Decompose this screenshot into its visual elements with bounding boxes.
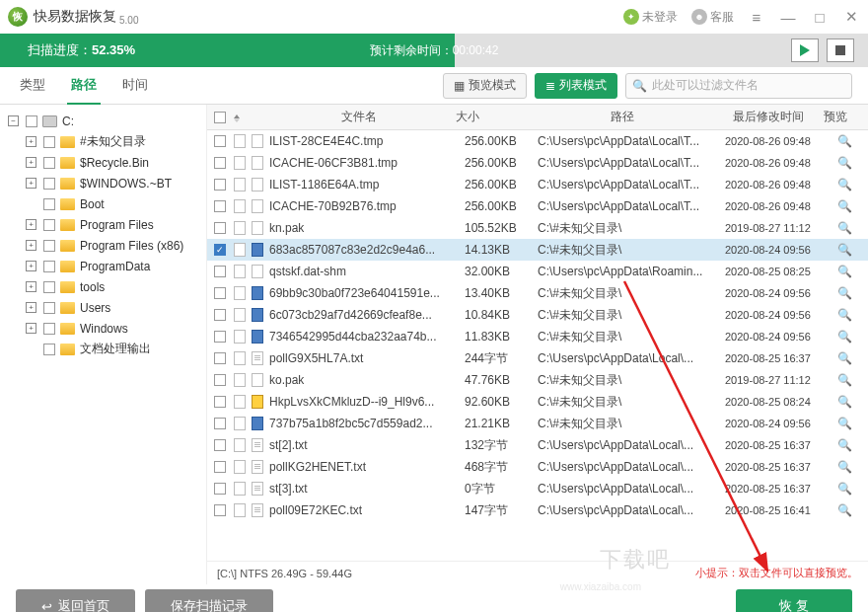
table-row[interactable]: 6c073cb29af7d42669cfeaf8e...10.84KBC:\#未…	[207, 304, 868, 326]
preview-icon[interactable]: 🔍	[830, 178, 859, 191]
row-checkbox[interactable]	[214, 331, 226, 343]
login-button[interactable]: ✦ 未登录	[623, 9, 678, 26]
table-row[interactable]: pollG9X5HL7A.txt244字节C:\Users\pc\AppData…	[207, 347, 868, 369]
preview-icon[interactable]: 🔍	[830, 286, 859, 300]
row-checkbox[interactable]	[214, 179, 226, 191]
row-checkbox[interactable]	[214, 135, 226, 147]
table-row[interactable]: kn.pak105.52KBC:\#未知父目录\2019-08-27 11:12…	[207, 217, 868, 239]
stop-button[interactable]	[827, 38, 854, 62]
table-row[interactable]: ILIST-1186E64A.tmp256.00KBC:\Users\pc\Ap…	[207, 174, 868, 195]
select-all-checkbox[interactable]	[214, 112, 226, 123]
search-input[interactable]: 🔍 此处可以过滤文件名	[625, 73, 852, 99]
list-mode-button[interactable]: ≣ 列表模式	[535, 73, 617, 99]
expand-icon[interactable]: +	[26, 157, 36, 168]
sort-icon[interactable]	[233, 113, 241, 122]
close-button[interactable]: ✕	[842, 8, 860, 26]
tree-checkbox[interactable]	[43, 323, 55, 335]
preview-icon[interactable]: 🔍	[830, 503, 859, 517]
tree-node[interactable]: +#未知父目录	[4, 131, 202, 152]
tab-type[interactable]: 类型	[16, 67, 49, 105]
preview-icon[interactable]: 🔍	[830, 156, 859, 170]
row-checkbox[interactable]	[214, 396, 226, 408]
table-row[interactable]: 683ac857087c83e2d2c9e4a6...14.13KBC:\#未知…	[207, 239, 868, 261]
tree-checkbox[interactable]	[43, 344, 55, 355]
expand-icon[interactable]: +	[26, 219, 36, 230]
tab-path[interactable]: 路径	[67, 67, 101, 105]
tree-checkbox[interactable]	[43, 198, 55, 210]
preview-icon[interactable]: 🔍	[830, 199, 859, 213]
tree-node[interactable]: +$WINDOWS.~BT	[4, 173, 202, 193]
expand-icon[interactable]: +	[26, 302, 36, 313]
col-date[interactable]: 最后修改时间	[716, 109, 821, 125]
row-checkbox[interactable]	[214, 483, 226, 495]
tree-node[interactable]: −C:	[4, 111, 202, 131]
expand-icon[interactable]: +	[26, 240, 36, 251]
row-checkbox[interactable]	[214, 504, 226, 516]
table-row[interactable]: poll09E72KEC.txt147字节C:\Users\pc\AppData…	[207, 499, 868, 521]
row-checkbox[interactable]	[214, 200, 226, 212]
preview-icon[interactable]: 🔍	[830, 134, 859, 148]
tree-checkbox[interactable]	[43, 136, 55, 148]
row-checkbox[interactable]	[214, 374, 226, 386]
resume-button[interactable]	[791, 38, 819, 62]
preview-mode-button[interactable]: ▦ 预览模式	[443, 73, 527, 99]
preview-icon[interactable]: 🔍	[830, 373, 859, 387]
row-checkbox[interactable]	[214, 266, 226, 277]
preview-icon[interactable]: 🔍	[830, 243, 859, 257]
table-row[interactable]: ICACHE-70B92B76.tmp256.00KBC:\Users\pc\A…	[207, 195, 868, 217]
table-row[interactable]: qstskf.dat-shm32.00KBC:\Users\pc\AppData…	[207, 261, 868, 282]
row-checkbox[interactable]	[214, 222, 226, 234]
tab-time[interactable]: 时间	[118, 67, 152, 105]
preview-icon[interactable]: 🔍	[830, 221, 859, 235]
expand-icon[interactable]: +	[26, 323, 36, 334]
folder-tree[interactable]: −C:+#未知父目录+$Recycle.Bin+$WINDOWS.~BTBoot…	[0, 105, 207, 584]
tree-node[interactable]: Boot	[4, 193, 202, 214]
preview-icon[interactable]: 🔍	[830, 308, 859, 322]
table-row[interactable]: ICACHE-06CF3B81.tmp256.00KBC:\Users\pc\A…	[207, 152, 868, 174]
minimize-button[interactable]: —	[779, 9, 797, 26]
preview-icon[interactable]: 🔍	[830, 438, 859, 452]
tree-node[interactable]: 文档处理输出	[4, 339, 202, 359]
row-checkbox[interactable]	[214, 418, 226, 429]
tree-node[interactable]: +Windows	[4, 318, 202, 339]
recover-button[interactable]: 恢 复	[736, 589, 852, 612]
table-row[interactable]: ILIST-28CE4E4C.tmp256.00KBC:\Users\pc\Ap…	[207, 130, 868, 152]
tree-checkbox[interactable]	[43, 281, 55, 293]
tree-node[interactable]: +tools	[4, 276, 202, 297]
row-checkbox[interactable]	[214, 461, 226, 473]
row-checkbox[interactable]	[214, 244, 226, 256]
expand-icon[interactable]: +	[26, 281, 36, 292]
preview-icon[interactable]: 🔍	[830, 395, 859, 409]
expand-icon[interactable]: +	[26, 136, 36, 147]
row-checkbox[interactable]	[214, 287, 226, 299]
save-scan-button[interactable]: 保存扫描记录	[145, 589, 273, 612]
tree-checkbox[interactable]	[43, 157, 55, 169]
tree-node[interactable]: +ProgramData	[4, 256, 202, 276]
table-row[interactable]: 69bb9c30ba0f723e64041591e...13.40KBC:\#未…	[207, 282, 868, 304]
row-checkbox[interactable]	[214, 309, 226, 321]
tree-checkbox[interactable]	[26, 115, 37, 127]
tree-checkbox[interactable]	[43, 178, 55, 190]
preview-icon[interactable]: 🔍	[830, 351, 859, 365]
table-row[interactable]: ko.pak47.76KBC:\#未知父目录\2019-08-27 11:12🔍	[207, 369, 868, 391]
tree-checkbox[interactable]	[43, 240, 55, 252]
expand-icon[interactable]: +	[26, 261, 36, 271]
collapse-icon[interactable]: −	[8, 115, 19, 126]
tree-checkbox[interactable]	[43, 302, 55, 314]
preview-icon[interactable]: 🔍	[830, 460, 859, 474]
table-row[interactable]: HkpLvsXkCMkluzD--i9_Hl9v6...92.60KBC:\#未…	[207, 391, 868, 413]
expand-icon[interactable]: +	[26, 178, 36, 189]
preview-icon[interactable]: 🔍	[830, 482, 859, 496]
table-row[interactable]: 737b75a1b8f2bc5c7d559ad2...21.21KBC:\#未知…	[207, 413, 868, 434]
table-row[interactable]: st[2].txt132字节C:\Users\pc\AppData\Local\…	[207, 434, 868, 456]
preview-icon[interactable]: 🔍	[830, 417, 859, 430]
table-row[interactable]: 7346542995d44cba232aa74b...11.83KBC:\#未知…	[207, 326, 868, 347]
preview-icon[interactable]: 🔍	[830, 330, 859, 344]
col-name[interactable]: 文件名	[260, 109, 456, 125]
table-row[interactable]: pollKG2HENET.txt468字节C:\Users\pc\AppData…	[207, 456, 868, 478]
tree-node[interactable]: +Users	[4, 297, 202, 318]
table-row[interactable]: st[3].txt0字节C:\Users\pc\AppData\Local\..…	[207, 478, 868, 499]
col-size[interactable]: 大小	[456, 109, 529, 125]
tree-checkbox[interactable]	[43, 219, 55, 231]
preview-icon[interactable]: 🔍	[830, 265, 859, 278]
